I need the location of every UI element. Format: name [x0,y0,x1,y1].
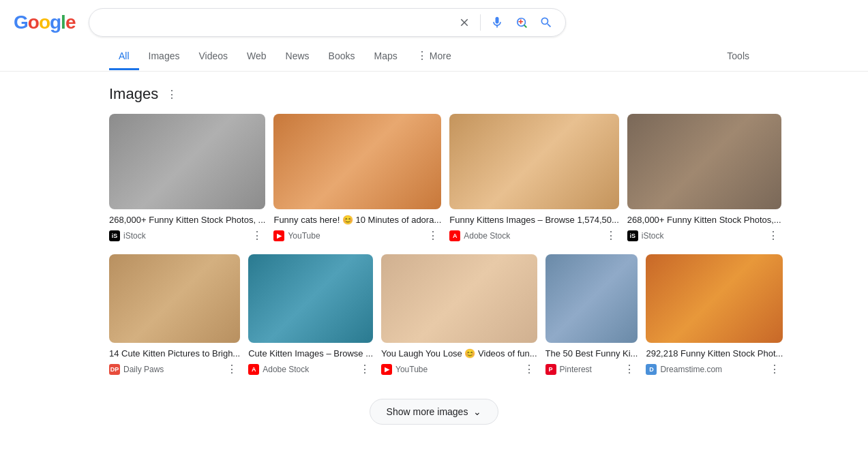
more-label: More [430,50,451,61]
clear-button[interactable] [457,15,472,30]
tab-tools[interactable]: Tools [717,44,759,70]
source-name: iStock [123,231,146,241]
show-more-wrapper: Show more images ⌄ [109,388,759,441]
image-more-options-button[interactable]: ⋮ [765,228,781,243]
tab-maps[interactable]: Maps [365,44,407,70]
google-logo[interactable]: Google [14,12,75,33]
image-card[interactable]: 268,000+ Funny Kitten Stock Photos, ...i… [109,114,265,246]
dreamstime-favicon-icon: D [646,364,657,375]
image-more-options-button[interactable]: ⋮ [224,361,240,377]
image-title: 268,000+ Funny Kitten Stock Photos, ... [109,215,265,225]
source-name: iStock [642,231,664,241]
image-more-options-button[interactable]: ⋮ [425,228,441,243]
search-input[interactable]: funny kitten pictures [100,16,450,29]
source-name: Adobe Stock [464,231,510,241]
lens-search-button[interactable] [513,14,530,31]
tab-books[interactable]: Books [319,44,365,70]
image-card[interactable]: 14 Cute Kitten Pictures to Brigh...DPDai… [109,254,240,380]
source-name: Daily Paws [123,365,164,374]
dailypaws-favicon-icon: DP [109,364,120,375]
image-more-options-button[interactable]: ⋮ [766,361,783,377]
source-name: YouTube [288,231,320,241]
section-title: Images [109,85,158,103]
image-more-options-button[interactable]: ⋮ [249,228,265,243]
show-more-button[interactable]: Show more images ⌄ [370,399,499,425]
istock-favicon-icon: iS [627,230,638,241]
tab-news[interactable]: News [276,44,319,70]
image-title: Cute Kitten Images – Browse ... [248,348,373,359]
image-title: 292,218 Funny Kitten Stock Phot... [646,348,783,359]
source-name: YouTube [395,365,428,374]
image-card[interactable]: 292,218 Funny Kitten Stock Phot...DDream… [646,254,783,380]
section-more-options-button[interactable]: ⋮ [164,87,180,102]
search-bar-container: funny kitten pictures [89,8,566,37]
image-more-options-button[interactable]: ⋮ [621,361,638,377]
image-card[interactable]: Funny cats here! 😊 10 Minutes of adora..… [273,114,441,246]
section-header: Images ⋮ [109,85,759,103]
image-row-2: 14 Cute Kitten Pictures to Brigh...DPDai… [109,254,759,380]
image-card[interactable]: Cute Kitten Images – Browse ...AAdobe St… [248,254,373,380]
youtube-favicon-icon: ▶ [381,364,392,375]
search-bar: funny kitten pictures [89,8,566,37]
istock-favicon-icon: iS [109,230,120,241]
adobe-favicon-icon: A [248,364,259,375]
image-title: You Laugh You Lose 😊 Videos of fun... [381,348,537,359]
tab-more[interactable]: ⋮ More [407,42,461,71]
images-section: Images ⋮ 268,000+ Funny Kitten Stock Pho… [0,72,868,455]
divider [480,14,481,31]
tab-all[interactable]: All [109,44,139,70]
image-more-options-button[interactable]: ⋮ [521,361,537,377]
source-name: Dreamstime.com [660,365,722,374]
image-card[interactable]: The 50 Best Funny Ki...PPinterest⋮ [545,254,638,380]
image-row-1: 268,000+ Funny Kitten Stock Photos, ...i… [109,114,759,246]
chevron-down-icon: ⌄ [473,406,481,417]
image-title: The 50 Best Funny Ki... [545,348,638,359]
adobe-favicon-icon: A [449,230,460,241]
pinterest-favicon-icon: P [545,364,556,375]
youtube-favicon-icon: ▶ [273,230,284,241]
source-name: Adobe Stock [263,365,309,374]
more-dots-icon: ⋮ [417,49,428,62]
tab-web[interactable]: Web [237,44,276,70]
voice-search-button[interactable] [489,14,505,31]
image-card[interactable]: You Laugh You Lose 😊 Videos of fun...▶Yo… [381,254,537,380]
image-title: Funny Kittens Images – Browse 1,574,50..… [449,215,619,225]
show-more-label: Show more images [387,406,468,417]
image-title: 268,000+ Funny Kitten Stock Photos,... [627,215,781,225]
source-name: Pinterest [560,365,592,374]
image-card[interactable]: 268,000+ Funny Kitten Stock Photos,...iS… [627,114,781,246]
tab-images[interactable]: Images [139,44,190,70]
search-button[interactable] [538,14,554,31]
image-title: Funny cats here! 😊 10 Minutes of adora..… [273,215,441,225]
image-title: 14 Cute Kitten Pictures to Brigh... [109,348,240,359]
image-more-options-button[interactable]: ⋮ [603,228,619,243]
tab-videos[interactable]: Videos [189,44,237,70]
nav-tabs: All Images Videos Web News Books Maps ⋮ … [0,37,868,72]
image-more-options-button[interactable]: ⋮ [357,361,373,377]
image-card[interactable]: Funny Kittens Images – Browse 1,574,50..… [449,114,619,246]
